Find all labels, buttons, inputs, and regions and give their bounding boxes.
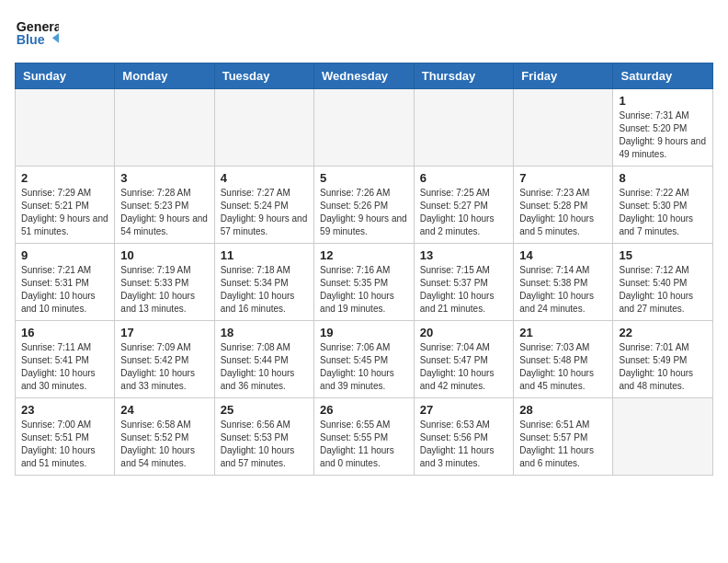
calendar-week-row: 1Sunrise: 7:31 AM Sunset: 5:20 PM Daylig… <box>16 89 713 167</box>
calendar-cell: 12Sunrise: 7:16 AM Sunset: 5:35 PM Dayli… <box>314 244 415 321</box>
calendar-cell: 4Sunrise: 7:27 AM Sunset: 5:24 PM Daylig… <box>214 167 313 244</box>
calendar-cell <box>314 89 415 167</box>
day-number: 9 <box>21 248 108 262</box>
day-number: 10 <box>120 248 208 262</box>
calendar-week-row: 23Sunrise: 7:00 AM Sunset: 5:51 PM Dayli… <box>16 398 713 476</box>
weekday-header-tuesday: Tuesday <box>214 63 313 89</box>
calendar-cell: 16Sunrise: 7:11 AM Sunset: 5:41 PM Dayli… <box>16 321 115 398</box>
day-number: 25 <box>221 403 308 417</box>
calendar-cell: 25Sunrise: 6:56 AM Sunset: 5:53 PM Dayli… <box>214 398 313 476</box>
day-number: 2 <box>21 171 108 185</box>
day-number: 5 <box>320 171 408 185</box>
day-info: Sunrise: 7:04 AM Sunset: 5:47 PM Dayligh… <box>420 341 508 393</box>
calendar-cell: 1Sunrise: 7:31 AM Sunset: 5:20 PM Daylig… <box>613 89 713 167</box>
calendar-cell: 21Sunrise: 7:03 AM Sunset: 5:48 PM Dayli… <box>514 321 613 398</box>
calendar-cell: 22Sunrise: 7:01 AM Sunset: 5:49 PM Dayli… <box>613 321 713 398</box>
day-info: Sunrise: 7:11 AM Sunset: 5:41 PM Dayligh… <box>21 341 108 393</box>
day-info: Sunrise: 7:22 AM Sunset: 5:30 PM Dayligh… <box>619 187 707 238</box>
logo: General Blue <box>15 15 59 52</box>
calendar-cell: 8Sunrise: 7:22 AM Sunset: 5:30 PM Daylig… <box>613 167 713 244</box>
weekday-header-sunday: Sunday <box>16 63 115 89</box>
calendar-cell: 19Sunrise: 7:06 AM Sunset: 5:45 PM Dayli… <box>314 321 415 398</box>
day-info: Sunrise: 7:12 AM Sunset: 5:40 PM Dayligh… <box>619 264 707 316</box>
day-number: 13 <box>420 248 508 262</box>
day-info: Sunrise: 7:06 AM Sunset: 5:45 PM Dayligh… <box>320 341 408 393</box>
weekday-header-wednesday: Wednesday <box>314 63 415 89</box>
svg-marker-2 <box>52 33 59 43</box>
day-info: Sunrise: 7:15 AM Sunset: 5:37 PM Dayligh… <box>420 264 508 316</box>
weekday-header-thursday: Thursday <box>414 63 514 89</box>
day-info: Sunrise: 7:16 AM Sunset: 5:35 PM Dayligh… <box>320 264 408 316</box>
calendar-cell <box>613 398 713 476</box>
page-header: General Blue <box>15 15 713 52</box>
day-info: Sunrise: 7:25 AM Sunset: 5:27 PM Dayligh… <box>420 187 508 238</box>
day-info: Sunrise: 7:09 AM Sunset: 5:42 PM Dayligh… <box>120 341 208 393</box>
weekday-header-monday: Monday <box>115 63 214 89</box>
calendar-cell: 18Sunrise: 7:08 AM Sunset: 5:44 PM Dayli… <box>214 321 313 398</box>
day-number: 28 <box>519 403 607 417</box>
weekday-header-friday: Friday <box>514 63 613 89</box>
day-info: Sunrise: 7:21 AM Sunset: 5:31 PM Dayligh… <box>21 264 108 316</box>
calendar-cell: 23Sunrise: 7:00 AM Sunset: 5:51 PM Dayli… <box>16 398 115 476</box>
day-number: 12 <box>320 248 408 262</box>
day-number: 17 <box>120 326 208 339</box>
day-info: Sunrise: 6:51 AM Sunset: 5:57 PM Dayligh… <box>519 419 607 470</box>
calendar-week-row: 16Sunrise: 7:11 AM Sunset: 5:41 PM Dayli… <box>16 321 713 398</box>
calendar-cell: 27Sunrise: 6:53 AM Sunset: 5:56 PM Dayli… <box>414 398 514 476</box>
calendar-cell <box>115 89 214 167</box>
calendar-cell: 2Sunrise: 7:29 AM Sunset: 5:21 PM Daylig… <box>16 167 115 244</box>
calendar-cell: 11Sunrise: 7:18 AM Sunset: 5:34 PM Dayli… <box>214 244 313 321</box>
day-number: 27 <box>420 403 508 417</box>
day-info: Sunrise: 7:19 AM Sunset: 5:33 PM Dayligh… <box>120 264 208 316</box>
calendar-cell: 6Sunrise: 7:25 AM Sunset: 5:27 PM Daylig… <box>414 167 514 244</box>
day-number: 18 <box>221 326 308 339</box>
day-info: Sunrise: 7:03 AM Sunset: 5:48 PM Dayligh… <box>519 341 607 393</box>
day-number: 22 <box>619 326 707 339</box>
calendar-cell: 10Sunrise: 7:19 AM Sunset: 5:33 PM Dayli… <box>115 244 214 321</box>
day-number: 8 <box>619 171 707 185</box>
calendar-cell: 26Sunrise: 6:55 AM Sunset: 5:55 PM Dayli… <box>314 398 415 476</box>
calendar-cell: 7Sunrise: 7:23 AM Sunset: 5:28 PM Daylig… <box>514 167 613 244</box>
day-number: 3 <box>120 171 208 185</box>
calendar-cell: 14Sunrise: 7:14 AM Sunset: 5:38 PM Dayli… <box>514 244 613 321</box>
day-info: Sunrise: 7:27 AM Sunset: 5:24 PM Dayligh… <box>221 187 308 238</box>
day-number: 1 <box>619 94 707 108</box>
day-info: Sunrise: 7:31 AM Sunset: 5:20 PM Dayligh… <box>619 109 707 161</box>
calendar-cell <box>214 89 313 167</box>
calendar-cell: 28Sunrise: 6:51 AM Sunset: 5:57 PM Dayli… <box>514 398 613 476</box>
day-number: 20 <box>420 326 508 339</box>
calendar-cell: 17Sunrise: 7:09 AM Sunset: 5:42 PM Dayli… <box>115 321 214 398</box>
day-number: 16 <box>21 326 108 339</box>
day-info: Sunrise: 6:58 AM Sunset: 5:52 PM Dayligh… <box>120 419 208 470</box>
day-info: Sunrise: 6:55 AM Sunset: 5:55 PM Dayligh… <box>320 419 408 470</box>
day-number: 15 <box>619 248 707 262</box>
day-number: 26 <box>320 403 408 417</box>
svg-text:Blue: Blue <box>17 32 45 47</box>
logo-icon: General Blue <box>15 15 59 52</box>
day-number: 14 <box>519 248 607 262</box>
day-info: Sunrise: 6:56 AM Sunset: 5:53 PM Dayligh… <box>221 419 308 470</box>
day-info: Sunrise: 7:01 AM Sunset: 5:49 PM Dayligh… <box>619 341 707 393</box>
day-number: 7 <box>519 171 607 185</box>
day-number: 6 <box>420 171 508 185</box>
calendar-week-row: 9Sunrise: 7:21 AM Sunset: 5:31 PM Daylig… <box>16 244 713 321</box>
calendar-table: SundayMondayTuesdayWednesdayThursdayFrid… <box>15 63 713 476</box>
weekday-header-saturday: Saturday <box>613 63 713 89</box>
calendar-cell <box>16 89 115 167</box>
day-info: Sunrise: 7:14 AM Sunset: 5:38 PM Dayligh… <box>519 264 607 316</box>
day-info: Sunrise: 7:18 AM Sunset: 5:34 PM Dayligh… <box>221 264 308 316</box>
calendar-cell: 15Sunrise: 7:12 AM Sunset: 5:40 PM Dayli… <box>613 244 713 321</box>
day-info: Sunrise: 7:28 AM Sunset: 5:23 PM Dayligh… <box>120 187 208 238</box>
calendar-cell: 13Sunrise: 7:15 AM Sunset: 5:37 PM Dayli… <box>414 244 514 321</box>
day-number: 24 <box>120 403 208 417</box>
day-number: 21 <box>519 326 607 339</box>
day-number: 19 <box>320 326 408 339</box>
day-info: Sunrise: 7:08 AM Sunset: 5:44 PM Dayligh… <box>221 341 308 393</box>
day-info: Sunrise: 7:23 AM Sunset: 5:28 PM Dayligh… <box>519 187 607 238</box>
day-number: 11 <box>221 248 308 262</box>
day-number: 4 <box>221 171 308 185</box>
calendar-cell: 5Sunrise: 7:26 AM Sunset: 5:26 PM Daylig… <box>314 167 415 244</box>
day-info: Sunrise: 7:29 AM Sunset: 5:21 PM Dayligh… <box>21 187 108 238</box>
day-info: Sunrise: 7:00 AM Sunset: 5:51 PM Dayligh… <box>21 419 108 470</box>
calendar-cell: 24Sunrise: 6:58 AM Sunset: 5:52 PM Dayli… <box>115 398 214 476</box>
